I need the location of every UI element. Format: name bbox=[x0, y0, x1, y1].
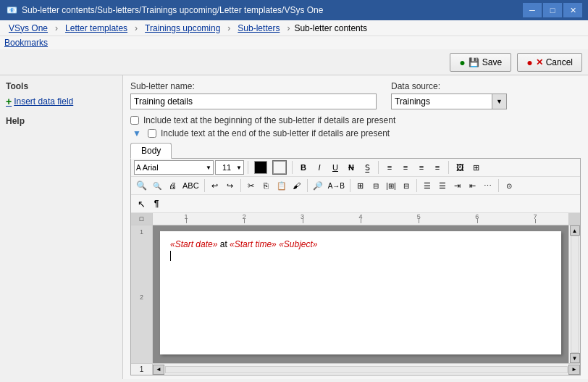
subletter-name-input[interactable] bbox=[130, 94, 377, 109]
font-family-select[interactable]: A Arial ▼ bbox=[134, 160, 214, 175]
dropdown-arrow-icon[interactable]: ▼ bbox=[492, 94, 506, 109]
menu-vsysone[interactable]: VSys One bbox=[3, 22, 54, 35]
text-color-button[interactable] bbox=[252, 160, 269, 175]
vertical-scrollbar[interactable]: ▲ ▼ bbox=[568, 225, 580, 363]
bold-button[interactable]: B bbox=[296, 160, 311, 175]
justify-icon: ≡ bbox=[435, 163, 440, 172]
datasource-label: Data source: bbox=[391, 81, 507, 91]
table-props-button[interactable]: ⊟ bbox=[369, 178, 383, 193]
justify-button[interactable]: ≡ bbox=[430, 160, 445, 175]
redo-button[interactable]: ↪ bbox=[223, 178, 238, 193]
ruler-area: □ 1 2 3 4 5 6 7 bbox=[131, 213, 580, 225]
close-button[interactable]: ✕ bbox=[563, 3, 582, 17]
checkbox-end[interactable] bbox=[148, 129, 156, 138]
toolbar-row-3: ↖ ¶ bbox=[131, 195, 580, 213]
checkbox-end-label: Include text at the end of the sub-lette… bbox=[161, 128, 390, 138]
editor-content-line1[interactable]: «Start date» at «Start time» «Subject» bbox=[170, 238, 551, 251]
find-replace-button[interactable]: A→B bbox=[326, 178, 347, 193]
scroll-up-button[interactable]: ▲ bbox=[570, 225, 580, 236]
special-button[interactable]: ⊙ bbox=[502, 178, 516, 193]
form-row: Sub-letter name: Data source: Trainings … bbox=[130, 81, 581, 109]
indent-button[interactable]: ⇥ bbox=[450, 178, 465, 193]
spell-icon: ABC bbox=[182, 181, 199, 190]
border-box-button[interactable] bbox=[271, 160, 288, 175]
copy-button[interactable]: ⎘ bbox=[259, 178, 274, 193]
paste-button[interactable]: 📋 bbox=[274, 178, 289, 193]
menu-trainings-upcoming[interactable]: Trainings upcoming bbox=[139, 22, 226, 35]
zoom-in-icon: 🔍 bbox=[136, 180, 147, 191]
zoom-out-button[interactable]: 🔍 bbox=[150, 178, 164, 193]
breadcrumb-bookmarks[interactable]: Bookmarks bbox=[4, 38, 48, 48]
insert-table-button[interactable]: ⊞ bbox=[353, 178, 368, 193]
image-icon: 🖼 bbox=[456, 163, 464, 172]
chevron-down-icon: ▼ bbox=[130, 128, 143, 138]
underline-button[interactable]: U bbox=[328, 160, 343, 175]
col-button[interactable]: |⊞| bbox=[384, 178, 398, 193]
h-scroll-track[interactable] bbox=[165, 366, 568, 373]
spell-button[interactable]: ABC bbox=[180, 178, 201, 193]
font-size-select[interactable]: 11 ▼ bbox=[215, 160, 244, 175]
highlight-button[interactable]: S̲ bbox=[360, 160, 374, 175]
align-right-icon: ≡ bbox=[419, 163, 424, 172]
list-ol-button[interactable]: ☰ bbox=[435, 178, 450, 193]
align-left-icon: ≡ bbox=[387, 163, 392, 172]
help-heading: Help bbox=[6, 116, 117, 126]
ruler-corner: □ bbox=[131, 213, 153, 225]
table-icon: ⊞ bbox=[473, 163, 479, 173]
zoom-in-button[interactable]: 🔍 bbox=[134, 178, 149, 193]
align-center-button[interactable]: ≡ bbox=[398, 160, 413, 175]
print-icon: 🖨 bbox=[169, 181, 177, 190]
separator-3 bbox=[378, 161, 379, 174]
scroll-left-button[interactable]: ◄ bbox=[153, 365, 164, 375]
outdent-button[interactable]: ⇤ bbox=[466, 178, 480, 193]
datasource-value: Trainings bbox=[392, 95, 492, 108]
find-button[interactable]: 🔎 bbox=[311, 178, 325, 193]
save-button[interactable]: ● 💾 Save bbox=[450, 53, 511, 72]
text-at: at bbox=[220, 239, 230, 249]
editor-cursor-line[interactable] bbox=[170, 251, 551, 261]
menu-subletters[interactable]: Sub-letters bbox=[232, 22, 285, 35]
scroll-track[interactable] bbox=[571, 236, 579, 353]
separator-6 bbox=[240, 179, 241, 192]
cut-button[interactable]: ✂ bbox=[244, 178, 259, 193]
strikethrough-button[interactable]: N bbox=[344, 160, 358, 175]
size-dropdown-arrow-icon[interactable]: ▼ bbox=[236, 165, 242, 171]
cursor-mode-button[interactable]: ↖ bbox=[134, 196, 148, 211]
horizontal-scrollbar: 1 ◄ ► bbox=[131, 363, 580, 375]
font-dropdown-arrow-icon[interactable]: ▼ bbox=[206, 165, 211, 171]
toolbar-row-1: A Arial ▼ 11 ▼ B bbox=[131, 159, 580, 177]
datasource-select[interactable]: Trainings ▼ bbox=[391, 94, 507, 109]
subletter-name-group: Sub-letter name: bbox=[130, 81, 377, 109]
window-title: Sub-letter contents/Sub-letters/Training… bbox=[22, 5, 523, 15]
row-icon: ⊟ bbox=[403, 182, 409, 190]
paragraph-mark-button[interactable]: ¶ bbox=[149, 196, 164, 211]
image-button[interactable]: 🖼 bbox=[453, 160, 467, 175]
page-area: «Start date» at «Start time» «Subject» bbox=[153, 225, 568, 363]
separator-8 bbox=[350, 179, 350, 192]
maximize-button[interactable]: □ bbox=[543, 3, 562, 17]
field-subject: «Subject» bbox=[279, 239, 317, 249]
tab-body[interactable]: Body bbox=[130, 143, 172, 159]
redo-icon: ↪ bbox=[227, 181, 233, 191]
undo-button[interactable]: ↩ bbox=[208, 178, 222, 193]
separator-10 bbox=[498, 179, 499, 192]
more-button[interactable]: ⋯ bbox=[481, 178, 495, 193]
table-button[interactable]: ⊞ bbox=[469, 160, 483, 175]
align-left-button[interactable]: ≡ bbox=[382, 160, 397, 175]
scroll-down-button[interactable]: ▼ bbox=[570, 353, 580, 363]
list-ul-button[interactable]: ☰ bbox=[420, 178, 434, 193]
checkbox-beginning[interactable] bbox=[130, 116, 139, 125]
italic-button[interactable]: I bbox=[312, 160, 327, 175]
format-paint-button[interactable]: 🖌 bbox=[290, 178, 304, 193]
minimize-button[interactable]: ─ bbox=[523, 3, 542, 17]
row-button[interactable]: ⊟ bbox=[399, 178, 413, 193]
checkbox-beginning-label: Include text at the beginning of the sub… bbox=[143, 115, 395, 125]
print-button[interactable]: 🖨 bbox=[165, 178, 180, 193]
x-icon: ✕ bbox=[536, 57, 543, 67]
insert-data-field-link[interactable]: + Insert data field bbox=[6, 96, 117, 107]
field-start-date: «Start date» bbox=[170, 239, 217, 249]
align-right-button[interactable]: ≡ bbox=[414, 160, 429, 175]
cancel-button[interactable]: ● ✕ Cancel bbox=[517, 53, 582, 72]
scroll-right-button[interactable]: ► bbox=[568, 365, 580, 375]
menu-letter-templates[interactable]: Letter templates bbox=[59, 22, 133, 35]
